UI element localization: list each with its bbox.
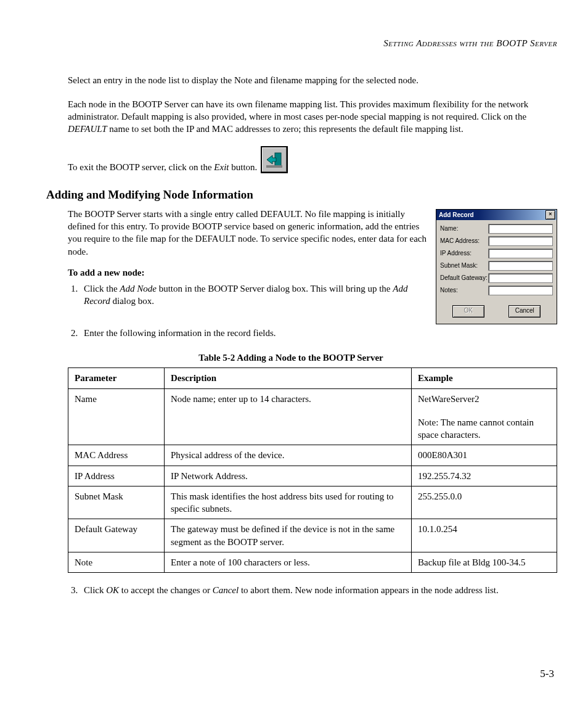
example-note: Note: The name cannot contain space char…	[418, 416, 550, 441]
page-number: 5-3	[540, 667, 554, 681]
exit-line: To exit the BOOTP server, click on the E…	[68, 146, 557, 173]
gateway-field[interactable]	[488, 273, 553, 283]
text: Each node in the BOOTP Server can have i…	[68, 99, 528, 121]
th-example: Example	[412, 368, 557, 388]
name-field[interactable]	[488, 224, 553, 234]
label-notes: Notes:	[440, 286, 488, 295]
ok-button[interactable]: OK	[452, 305, 484, 318]
step-2: Enter the following information in the r…	[80, 327, 557, 339]
table-row: MAC Address Physical address of the devi…	[68, 445, 557, 466]
label-mac: MAC Address:	[440, 237, 488, 245]
table-row: Subnet Mask This mask identifies the hos…	[68, 486, 557, 519]
cell-desc: The gateway must be defined if the devic…	[165, 519, 412, 552]
cell-param: MAC Address	[68, 445, 165, 466]
cell-example: NetWareServer2 Note: The name cannot con…	[412, 388, 557, 445]
dialog-titlebar: Add Record ×	[436, 210, 557, 220]
cell-param: Subnet Mask	[68, 486, 165, 519]
table-row: IP Address IP Network Address. 192.255.7…	[68, 466, 557, 486]
text: button in the BOOTP Server dialog box. T…	[157, 284, 393, 293]
table-caption: Table 5-2 Adding a Node to the BOOTP Ser…	[25, 351, 557, 364]
exit-term: Exit	[214, 162, 229, 172]
label-ip: IP Address:	[440, 249, 488, 258]
dialog-title: Add Record	[439, 211, 474, 220]
cancel-button[interactable]: Cancel	[508, 305, 541, 318]
heading-adding-modifying: Adding and Modifying Node Information	[46, 187, 557, 203]
close-icon[interactable]: ×	[545, 210, 555, 220]
paragraph-default-entry: The BOOTP Server starts with a single en…	[68, 208, 427, 258]
th-description: Description	[165, 368, 412, 388]
exit-button-icon[interactable]	[261, 146, 288, 173]
th-parameter: Parameter	[68, 368, 165, 388]
table-row: Default Gateway The gateway must be defi…	[68, 519, 557, 552]
cell-param: Name	[68, 388, 165, 445]
step-1: Click the Add Node button in the BOOTP S…	[80, 282, 427, 308]
example-value: NetWareServer2	[418, 394, 480, 404]
parameters-table: Parameter Description Example Name Node …	[68, 367, 557, 573]
running-head: Setting Addresses with the BOOTP Server	[25, 37, 557, 49]
text: dialog box.	[110, 296, 154, 306]
cell-example: Backup file at Bldg 100-34.5	[412, 552, 557, 572]
cell-example: 10.1.0.254	[412, 519, 557, 552]
cell-desc: IP Network Address.	[165, 466, 412, 486]
label-gateway: Default Gateway:	[440, 274, 488, 282]
cell-desc: This mask identifies the host address bi…	[165, 486, 412, 519]
cell-example: 192.255.74.32	[412, 466, 557, 486]
cell-example: 255.255.0.0	[412, 486, 557, 519]
cell-param: Default Gateway	[68, 519, 165, 552]
subnet-field[interactable]	[488, 261, 553, 271]
text: name to set both the IP and MAC addresse…	[107, 124, 463, 134]
cell-example: 000E80A301	[412, 445, 557, 466]
text: Click	[84, 585, 106, 595]
cancel-term: Cancel	[213, 585, 239, 595]
table-header-row: Parameter Description Example	[68, 368, 557, 388]
text: to abort them. New node information appe…	[239, 585, 499, 595]
text: button.	[229, 162, 257, 172]
ok-term: OK	[106, 585, 119, 595]
paragraph-select-entry: Select an entry in the node list to disp…	[68, 74, 557, 86]
default-term: DEFAULT	[68, 124, 107, 134]
cell-desc: Physical address of the device.	[165, 445, 412, 466]
step-3: Click OK to accept the changes or Cancel…	[80, 584, 557, 596]
cell-desc: Enter a note of 100 characters or less.	[165, 552, 412, 572]
notes-field[interactable]	[488, 285, 553, 295]
add-node-term: Add Node	[120, 284, 157, 293]
table-row: Name Node name; enter up to 14 character…	[68, 388, 557, 445]
mac-field[interactable]	[488, 236, 553, 246]
cell-param: IP Address	[68, 466, 165, 486]
page: Setting Addresses with the BOOTP Server …	[0, 0, 588, 706]
svg-rect-2	[266, 165, 282, 168]
label-name: Name:	[440, 224, 488, 233]
text: to accept the changes or	[119, 585, 213, 595]
text: To exit the BOOTP server, click on the	[68, 162, 214, 172]
add-record-dialog: Add Record × Name: MAC Address: IP Addre…	[436, 209, 557, 324]
text: Click the	[84, 284, 120, 293]
to-add-heading: To add a new node:	[68, 266, 427, 279]
paragraph-filename-mapping: Each node in the BOOTP Server can have i…	[68, 98, 557, 136]
cell-param: Note	[68, 552, 165, 572]
cell-desc: Node name; enter up to 14 characters.	[165, 388, 412, 445]
label-subnet: Subnet Mask:	[440, 261, 488, 270]
table-row: Note Enter a note of 100 characters or l…	[68, 552, 557, 572]
ip-field[interactable]	[488, 248, 553, 258]
